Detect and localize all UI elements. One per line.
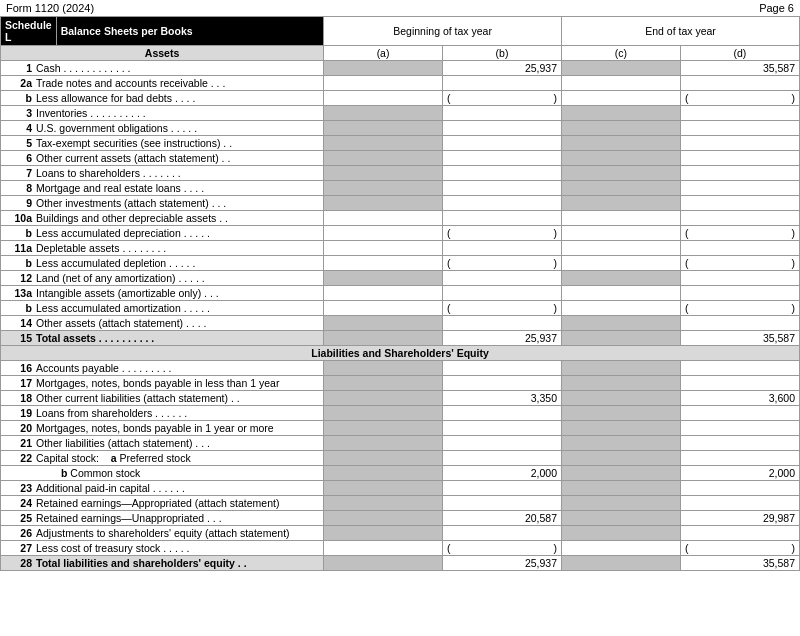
col-a-cell[interactable] [324, 256, 443, 271]
col-a-cell[interactable] [324, 211, 443, 226]
col-d-cell[interactable] [680, 361, 799, 376]
col-c-cell[interactable] [562, 481, 681, 496]
col-d-cell[interactable] [680, 121, 799, 136]
col-d-cell[interactable]: 29,987 [680, 511, 799, 526]
col-c-cell[interactable] [562, 406, 681, 421]
col-c-cell[interactable] [562, 151, 681, 166]
col-d-cell[interactable] [680, 166, 799, 181]
col-b-cell[interactable]: () [442, 541, 561, 556]
col-c-cell[interactable] [562, 196, 681, 211]
col-a-cell[interactable] [324, 196, 443, 211]
col-d-cell[interactable] [680, 496, 799, 511]
col-d-cell[interactable] [680, 271, 799, 286]
col-a-cell[interactable] [324, 481, 443, 496]
col-d-cell[interactable]: () [680, 541, 799, 556]
col-a-cell[interactable] [324, 451, 443, 466]
col-d-cell[interactable] [680, 481, 799, 496]
col-a-cell[interactable] [324, 376, 443, 391]
col-b-cell[interactable]: () [442, 256, 561, 271]
col-d-cell[interactable] [680, 376, 799, 391]
col-a-cell[interactable] [324, 541, 443, 556]
col-c-cell[interactable] [562, 361, 681, 376]
col-d-cell[interactable]: 35,587 [680, 331, 799, 346]
col-c-cell[interactable] [562, 301, 681, 316]
col-a-cell[interactable] [324, 91, 443, 106]
col-a-cell[interactable] [324, 406, 443, 421]
col-b-cell[interactable] [442, 496, 561, 511]
col-b-cell[interactable] [442, 481, 561, 496]
col-d-cell[interactable]: () [680, 301, 799, 316]
col-b-cell[interactable] [442, 526, 561, 541]
col-d-cell[interactable]: () [680, 226, 799, 241]
col-c-cell[interactable] [562, 331, 681, 346]
col-b-cell[interactable]: 3,350 [442, 391, 561, 406]
col-b-cell[interactable] [442, 361, 561, 376]
col-c-cell[interactable] [562, 106, 681, 121]
col-b-cell[interactable]: 25,937 [442, 61, 561, 76]
col-b-cell[interactable]: () [442, 301, 561, 316]
col-c-cell[interactable] [562, 241, 681, 256]
col-d-cell[interactable]: () [680, 91, 799, 106]
col-c-cell[interactable] [562, 526, 681, 541]
col-b-cell[interactable] [442, 451, 561, 466]
col-c-cell[interactable] [562, 76, 681, 91]
col-c-cell[interactable] [562, 451, 681, 466]
col-d-cell[interactable] [680, 436, 799, 451]
col-c-cell[interactable] [562, 541, 681, 556]
col-b-cell[interactable]: 25,937 [442, 556, 561, 571]
col-c-cell[interactable] [562, 421, 681, 436]
col-c-cell[interactable] [562, 391, 681, 406]
col-a-cell[interactable] [324, 271, 443, 286]
col-c-cell[interactable] [562, 211, 681, 226]
col-c-cell[interactable] [562, 436, 681, 451]
col-c-cell[interactable] [562, 271, 681, 286]
col-a-cell[interactable] [324, 331, 443, 346]
col-c-cell[interactable] [562, 61, 681, 76]
col-a-cell[interactable] [324, 106, 443, 121]
col-b-cell[interactable] [442, 76, 561, 91]
col-d-cell[interactable] [680, 151, 799, 166]
col-c-cell[interactable] [562, 226, 681, 241]
col-d-cell[interactable] [680, 211, 799, 226]
col-c-cell[interactable] [562, 556, 681, 571]
col-d-cell[interactable]: 2,000 [680, 466, 799, 481]
col-a-cell[interactable] [324, 421, 443, 436]
col-a-cell[interactable] [324, 166, 443, 181]
col-a-cell[interactable] [324, 391, 443, 406]
col-d-cell[interactable]: () [680, 256, 799, 271]
col-a-cell[interactable] [324, 436, 443, 451]
col-b-cell[interactable] [442, 151, 561, 166]
col-d-cell[interactable] [680, 316, 799, 331]
col-c-cell[interactable] [562, 286, 681, 301]
col-a-cell[interactable] [324, 466, 443, 481]
col-a-cell[interactable] [324, 241, 443, 256]
col-d-cell[interactable]: 35,587 [680, 556, 799, 571]
col-c-cell[interactable] [562, 376, 681, 391]
col-b-cell[interactable] [442, 436, 561, 451]
col-d-cell[interactable] [680, 451, 799, 466]
col-a-cell[interactable] [324, 76, 443, 91]
col-b-cell[interactable] [442, 376, 561, 391]
col-c-cell[interactable] [562, 91, 681, 106]
col-b-cell[interactable] [442, 106, 561, 121]
col-b-cell[interactable] [442, 286, 561, 301]
col-b-cell[interactable]: () [442, 91, 561, 106]
col-b-cell[interactable] [442, 241, 561, 256]
col-a-cell[interactable] [324, 286, 443, 301]
col-d-cell[interactable] [680, 526, 799, 541]
col-d-cell[interactable] [680, 181, 799, 196]
col-d-cell[interactable] [680, 76, 799, 91]
col-a-cell[interactable] [324, 136, 443, 151]
col-a-cell[interactable] [324, 511, 443, 526]
col-a-cell[interactable] [324, 496, 443, 511]
col-a-cell[interactable] [324, 226, 443, 241]
col-a-cell[interactable] [324, 121, 443, 136]
col-d-cell[interactable] [680, 106, 799, 121]
col-d-cell[interactable] [680, 421, 799, 436]
col-b-cell[interactable] [442, 181, 561, 196]
col-d-cell[interactable] [680, 136, 799, 151]
col-b-cell[interactable] [442, 136, 561, 151]
col-b-cell[interactable]: 20,587 [442, 511, 561, 526]
col-b-cell[interactable]: 2,000 [442, 466, 561, 481]
col-a-cell[interactable] [324, 316, 443, 331]
